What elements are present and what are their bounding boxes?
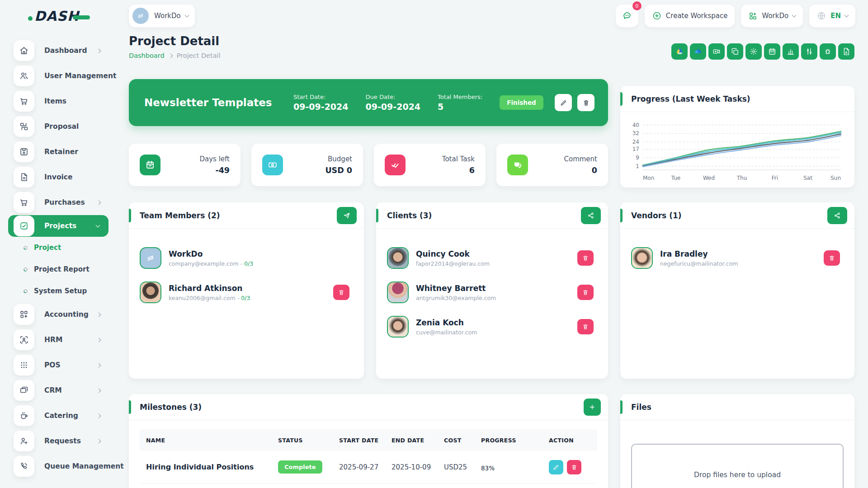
delete-milestone-button[interactable] bbox=[567, 460, 581, 474]
share-icon bbox=[587, 211, 595, 220]
sidebar-item-requests[interactable]: Requests bbox=[0, 428, 117, 454]
progress-label: 83% bbox=[481, 465, 536, 472]
sidebar-item-catering[interactable]: Catering bbox=[0, 403, 117, 428]
calendar-icon bbox=[140, 155, 160, 175]
member-name: Richard Atkinson bbox=[169, 284, 250, 293]
analytics-button[interactable] bbox=[783, 43, 799, 60]
top-header: DASH WorkDo 0 bbox=[0, 0, 868, 33]
milestone-end: 2025-10-09 bbox=[385, 463, 438, 471]
notes-button[interactable] bbox=[838, 43, 854, 60]
onedrive-button[interactable] bbox=[690, 43, 706, 60]
sidebar-item-queue-management[interactable]: Queue Management bbox=[0, 454, 117, 479]
remove-client-button[interactable] bbox=[577, 319, 594, 334]
milestone-row: Communication Updates Incomplete 2025-10… bbox=[140, 483, 597, 488]
progress-chart-card: Progress (Last Week Tasks) 4032241791Mon… bbox=[620, 86, 854, 188]
calendar-button[interactable] bbox=[764, 43, 780, 60]
logo-dot bbox=[28, 16, 33, 21]
sidebar-item-retainer[interactable]: Retainer bbox=[0, 139, 117, 164]
team-members-title: Team Members (2) bbox=[140, 211, 220, 220]
svg-text:Sun: Sun bbox=[830, 175, 841, 181]
workspace-switcher[interactable]: WorkDo bbox=[129, 5, 195, 27]
language-code: EN bbox=[830, 12, 841, 20]
trash-icon bbox=[582, 323, 589, 330]
google-drive-button[interactable] bbox=[671, 43, 688, 60]
files-card: Files Drop files here to upload bbox=[620, 394, 854, 488]
chevron-down-icon bbox=[792, 13, 797, 18]
svg-text:9: 9 bbox=[636, 155, 639, 161]
create-workspace-label: Create Workspace bbox=[666, 12, 728, 20]
edit-milestone-button[interactable] bbox=[549, 460, 563, 474]
milestone-start: 2025-09-27 bbox=[333, 463, 385, 471]
sidebar-item-crm[interactable]: CRM bbox=[0, 378, 117, 403]
sidebar-subitem-project[interactable]: Project bbox=[0, 237, 117, 258]
member-name: WorkDo bbox=[169, 249, 253, 258]
member-row: WorkDo company@example.com - 0/3 bbox=[140, 245, 353, 271]
avatar bbox=[387, 316, 409, 338]
check-square-icon bbox=[14, 216, 34, 236]
breadcrumb-dashboard-link[interactable]: Dashboard bbox=[129, 52, 165, 59]
client-email: cuve@mailinator.com bbox=[416, 329, 477, 336]
sidebar-item-dashboard[interactable]: Dashboard bbox=[0, 38, 117, 63]
sidebar-item-items[interactable]: Items bbox=[0, 89, 117, 114]
bullet-icon bbox=[23, 288, 28, 294]
file-dropzone[interactable]: Drop files here to upload bbox=[631, 444, 844, 488]
edit-project-button[interactable] bbox=[555, 94, 572, 111]
sidebar-subitem-project-report[interactable]: Project Report bbox=[0, 258, 117, 280]
invite-member-button[interactable] bbox=[337, 207, 357, 224]
settings-button[interactable] bbox=[745, 43, 762, 60]
delete-project-button[interactable] bbox=[577, 94, 594, 111]
messenger-button[interactable]: 0 bbox=[616, 5, 638, 27]
building-icon bbox=[145, 253, 156, 263]
remove-client-button[interactable] bbox=[577, 285, 594, 300]
share-clients-button[interactable] bbox=[581, 207, 601, 224]
copy-button[interactable] bbox=[727, 43, 743, 60]
cart-icon bbox=[14, 192, 34, 213]
remove-vendor-button[interactable] bbox=[824, 250, 840, 266]
remove-client-button[interactable] bbox=[577, 250, 594, 266]
sidebar-subitem-system-setup[interactable]: System Setup bbox=[0, 280, 117, 302]
share-vendors-button[interactable] bbox=[827, 207, 847, 224]
sidebar-item-user-management[interactable]: User Management bbox=[0, 63, 117, 89]
milestones-table: NAME STATUS START DATE END DATE COST PRO… bbox=[140, 429, 597, 488]
app-logo: DASH bbox=[28, 8, 90, 24]
cart-icon bbox=[14, 91, 34, 112]
page-title: Project Detail bbox=[129, 34, 608, 48]
chat-bubble-icon bbox=[622, 10, 632, 21]
milestone-cost: USD25 bbox=[438, 463, 475, 471]
sidebar-item-invoice[interactable]: Invoice bbox=[0, 164, 117, 190]
sidebar-item-proposal[interactable]: Proposal bbox=[0, 114, 117, 139]
stat-cards: Days left -49 Budget USD 0 Total Task 6 bbox=[129, 144, 608, 186]
language-selector[interactable]: EN bbox=[809, 5, 855, 27]
meeting-button[interactable] bbox=[708, 43, 725, 60]
team-members-card: Team Members (2) WorkDo company@example.… bbox=[129, 202, 364, 379]
trash-icon bbox=[582, 254, 589, 262]
video-camera-icon bbox=[712, 47, 721, 56]
sidebar-item-purchases[interactable]: Purchases bbox=[0, 190, 117, 215]
accent-bar bbox=[129, 400, 131, 414]
preferences-button[interactable] bbox=[801, 43, 817, 60]
sidebar-item-accounting[interactable]: Accounting bbox=[0, 302, 117, 327]
remove-member-button[interactable] bbox=[333, 285, 349, 300]
share-icon bbox=[833, 211, 841, 220]
person-plus-icon bbox=[14, 431, 34, 451]
chevron-right-icon bbox=[97, 363, 101, 367]
bug-report-button[interactable] bbox=[820, 43, 836, 60]
chevron-right-icon bbox=[97, 439, 101, 443]
member-email: company@example.com - bbox=[169, 260, 244, 267]
add-milestone-button[interactable] bbox=[584, 399, 601, 416]
workdo-menu-label: WorkDo bbox=[762, 12, 788, 20]
workspace-name: WorkDo bbox=[154, 12, 181, 20]
sidebar-item-hrm[interactable]: HRM bbox=[0, 327, 117, 352]
pencil-icon bbox=[552, 464, 560, 471]
chevron-right-icon bbox=[97, 200, 101, 205]
workdo-menu-button[interactable]: WorkDo bbox=[741, 5, 803, 27]
clients-card: Clients (3) Quincy Cook fapor22014@ogler… bbox=[376, 202, 608, 379]
create-workspace-button[interactable]: Create Workspace bbox=[645, 5, 735, 27]
table-header-row: NAME STATUS START DATE END DATE COST PRO… bbox=[140, 429, 597, 451]
building-icon bbox=[136, 11, 145, 20]
files-title: Files bbox=[631, 403, 651, 412]
home-icon bbox=[14, 40, 34, 61]
phone-icon bbox=[14, 456, 34, 477]
sidebar-item-projects[interactable]: Projects bbox=[8, 215, 108, 237]
sidebar-item-pos[interactable]: POS bbox=[0, 352, 117, 378]
